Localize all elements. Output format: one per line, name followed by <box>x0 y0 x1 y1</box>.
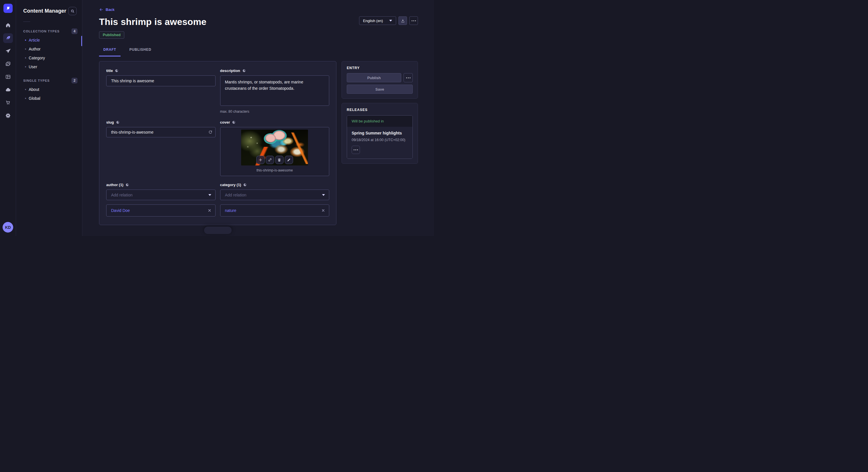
sidebar-item-about[interactable]: About <box>16 85 82 94</box>
locale-globe-icon <box>116 121 120 124</box>
single-types-label: SINGLE TYPES <box>23 79 50 82</box>
plus-icon <box>258 158 262 162</box>
deploy-icon[interactable] <box>3 85 13 95</box>
content-manager-subnav: Content Manager COLLECTION TYPES 4 Artic… <box>16 0 82 236</box>
slug-input[interactable] <box>106 127 216 137</box>
cover-image <box>241 130 308 165</box>
rail-nav <box>3 20 13 121</box>
subnav-divider <box>23 22 30 22</box>
chevron-down-icon <box>322 194 325 196</box>
trash-icon <box>277 158 281 162</box>
sidebar-item-global[interactable]: Global <box>16 94 82 103</box>
home-icon[interactable] <box>3 20 13 30</box>
collection-types-count-badge: 4 <box>71 28 78 34</box>
entry-panel-title: ENTRY <box>347 66 413 70</box>
chevron-down-icon <box>389 20 392 22</box>
tab-draft[interactable]: DRAFT <box>99 46 121 57</box>
locale-select[interactable]: English (en) <box>359 16 396 25</box>
locale-globe-icon <box>242 69 246 72</box>
copy-link-button[interactable] <box>266 156 274 164</box>
more-options-button[interactable] <box>409 16 418 25</box>
releases-panel-title: RELEASES <box>347 108 413 112</box>
sidebar-item-category[interactable]: Category <box>16 53 82 62</box>
releases-icon[interactable] <box>3 46 13 56</box>
bullet-icon <box>25 40 26 41</box>
download-icon <box>401 19 405 23</box>
bullet-icon <box>25 89 26 90</box>
release-name: Spring Summer highlights <box>352 131 408 135</box>
save-button[interactable]: Save <box>347 85 413 94</box>
arrow-left-icon <box>99 7 103 12</box>
locale-globe-icon <box>243 183 247 187</box>
cover-field-box: this-shrimp-is-awesome <box>220 127 330 176</box>
active-item-indicator <box>81 36 82 46</box>
status-badge: Published <box>99 31 124 39</box>
marketplace-icon[interactable] <box>3 98 13 107</box>
description-textarea[interactable]: Mantis shrimps, or stomatopods, are mari… <box>220 75 330 106</box>
pencil-icon <box>287 158 291 162</box>
field-slug: slug <box>106 120 216 176</box>
title-input[interactable] <box>106 75 216 86</box>
right-sidebar: ENTRY Publish Save RELEASES Will be pub <box>342 61 418 164</box>
locale-globe-icon <box>125 183 129 187</box>
top-controls: English (en) <box>359 16 418 25</box>
floating-pill <box>204 227 231 234</box>
bullet-icon <box>25 57 26 59</box>
cover-caption: this-shrimp-is-awesome <box>256 168 293 172</box>
description-hint: max. 80 characters <box>220 109 330 113</box>
bullet-icon <box>25 98 26 99</box>
ellipsis-icon <box>406 77 410 78</box>
add-asset-button[interactable] <box>256 156 265 164</box>
author-relation-item: David Doe <box>106 204 216 216</box>
remove-author-button[interactable] <box>208 209 211 212</box>
ellipsis-icon <box>412 20 416 21</box>
category-relation-item: nature <box>220 204 330 216</box>
category-relation-combobox[interactable]: Add relation <box>220 190 330 200</box>
media-library-icon[interactable] <box>3 59 13 69</box>
field-author: author (1) Add relation David Doe <box>106 183 216 216</box>
main-nav-rail: KD <box>0 0 16 236</box>
remove-category-button[interactable] <box>321 209 325 212</box>
content-manager-icon[interactable] <box>3 33 13 43</box>
ellipsis-icon <box>353 149 358 150</box>
search-button[interactable] <box>68 7 76 15</box>
bullet-icon <box>25 48 26 49</box>
settings-icon[interactable] <box>3 111 13 121</box>
sidebar-item-article[interactable]: Article <box>16 36 82 44</box>
author-relation-link[interactable]: David Doe <box>111 208 130 213</box>
author-relation-combobox[interactable]: Add relation <box>106 190 216 200</box>
entry-panel: ENTRY Publish Save <box>342 61 418 99</box>
field-category: category (1) Add relation nature <box>220 183 330 216</box>
download-button[interactable] <box>398 16 407 25</box>
tab-published[interactable]: PUBLISHED <box>125 46 156 57</box>
edit-view: Back This shrimp is awesome English (en)… <box>82 0 434 236</box>
delete-asset-button[interactable] <box>275 156 284 164</box>
close-icon <box>208 209 211 212</box>
category-relation-link[interactable]: nature <box>225 208 237 213</box>
publish-button[interactable]: Publish <box>347 73 401 82</box>
subnav-title: Content Manager <box>23 8 66 14</box>
bullet-icon <box>25 66 26 67</box>
back-link[interactable]: Back <box>99 7 115 12</box>
release-more-button[interactable] <box>352 146 360 154</box>
edit-asset-button[interactable] <box>285 156 293 164</box>
entry-more-button[interactable] <box>404 73 413 82</box>
close-icon <box>321 209 325 212</box>
sidebar-item-user[interactable]: User <box>16 62 82 71</box>
regenerate-slug-button[interactable] <box>208 130 213 134</box>
content-type-builder-icon[interactable] <box>3 72 13 82</box>
field-cover: cover <box>220 120 330 176</box>
user-avatar[interactable]: KD <box>3 222 13 233</box>
sidebar-item-author[interactable]: Author <box>16 44 82 53</box>
strapi-logo[interactable] <box>3 4 12 13</box>
page-title: This shrimp is awesome <box>99 17 206 26</box>
release-card: Will be published in Spring Summer highl… <box>347 115 413 159</box>
collection-types-section: COLLECTION TYPES 4 Article Author Catego… <box>16 27 82 71</box>
version-tabs: DRAFT PUBLISHED <box>99 46 418 57</box>
locale-globe-icon <box>115 69 119 72</box>
field-title: title <box>106 69 216 113</box>
release-date: 09/18/2024 at 16:00 (UTC+02:00) <box>352 138 408 142</box>
cover-actions <box>256 156 293 164</box>
link-icon <box>268 158 272 162</box>
single-types-count-badge: 2 <box>71 78 78 83</box>
